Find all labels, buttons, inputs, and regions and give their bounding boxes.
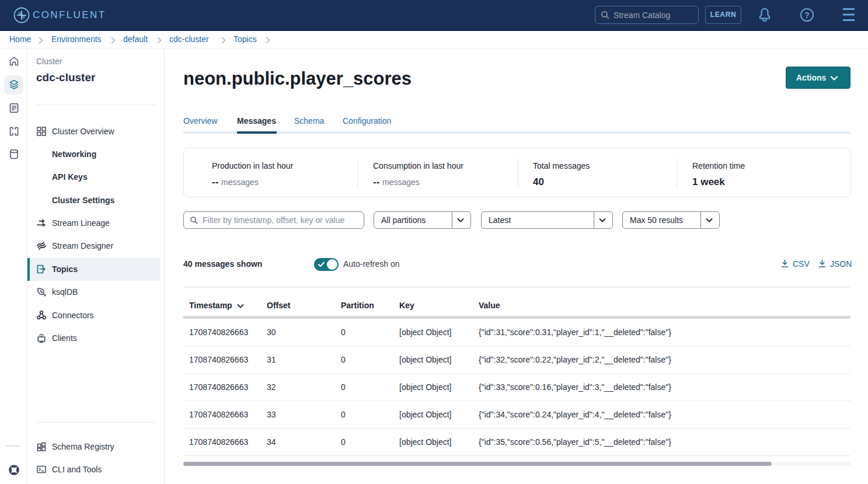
svg-text:?: ? xyxy=(804,11,810,20)
